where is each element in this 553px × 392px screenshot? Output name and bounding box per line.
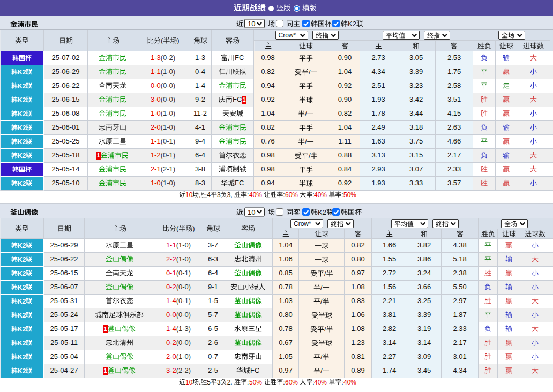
svg-text:FC: FC bbox=[250, 367, 259, 374]
svg-text:40%: 40% bbox=[314, 191, 327, 198]
svg-text:K2: K2 bbox=[18, 353, 26, 360]
svg-text:K2: K2 bbox=[18, 312, 26, 318]
svg-text:K2: K2 bbox=[18, 340, 26, 346]
svg-text:K2: K2 bbox=[18, 270, 26, 276]
svg-text:/: / bbox=[309, 69, 311, 76]
svg-text:/: / bbox=[324, 270, 326, 277]
svg-text:/: / bbox=[305, 110, 307, 117]
svg-text:K2: K2 bbox=[18, 326, 26, 332]
svg-text:,: , bbox=[199, 191, 200, 198]
svg-text:,: , bbox=[199, 379, 200, 385]
svg-text:2,: 2, bbox=[227, 379, 233, 385]
svg-text:/: / bbox=[320, 367, 323, 374]
svg-text:K2: K2 bbox=[18, 110, 26, 117]
svg-text:K2: K2 bbox=[18, 256, 26, 262]
svg-text:4: 4 bbox=[207, 191, 211, 198]
svg-text:3,: 3, bbox=[227, 191, 233, 198]
svg-text:/: / bbox=[320, 353, 323, 360]
svg-text:(: ( bbox=[176, 225, 179, 232]
svg-text:K2: K2 bbox=[18, 298, 26, 304]
svg-text:(: ( bbox=[161, 37, 163, 44]
svg-text:): ) bbox=[177, 37, 179, 44]
svg-text:K2: K2 bbox=[18, 124, 26, 131]
svg-text:40%: 40% bbox=[343, 379, 356, 385]
svg-text:FC: FC bbox=[233, 96, 242, 103]
svg-text:3: 3 bbox=[217, 379, 221, 385]
svg-text:K2: K2 bbox=[18, 69, 26, 75]
svg-text:/: / bbox=[305, 138, 307, 145]
svg-text:60%: 60% bbox=[285, 191, 298, 198]
svg-text:/: / bbox=[324, 326, 326, 333]
svg-text:): ) bbox=[192, 225, 195, 232]
svg-text:3: 3 bbox=[217, 191, 221, 198]
svg-text:5: 5 bbox=[207, 379, 211, 385]
svg-text:/: / bbox=[320, 298, 323, 305]
svg-text:40%: 40% bbox=[249, 191, 262, 198]
svg-text:50%: 50% bbox=[343, 191, 356, 198]
svg-text:K2: K2 bbox=[18, 242, 26, 248]
svg-text:10: 10 bbox=[185, 379, 192, 385]
svg-text:K2: K2 bbox=[318, 208, 326, 215]
svg-text:K2: K2 bbox=[18, 284, 26, 290]
svg-text:FC: FC bbox=[235, 179, 244, 186]
svg-text:K2: K2 bbox=[18, 96, 26, 103]
svg-text:/: / bbox=[320, 284, 323, 291]
svg-text:40%: 40% bbox=[314, 379, 327, 385]
svg-text:K2: K2 bbox=[18, 152, 26, 159]
svg-text:50%: 50% bbox=[249, 379, 262, 385]
svg-text:K2: K2 bbox=[18, 138, 26, 145]
svg-text:10: 10 bbox=[185, 191, 192, 198]
svg-text:K2: K2 bbox=[18, 180, 26, 186]
svg-text:K2: K2 bbox=[18, 367, 26, 374]
svg-text:FC: FC bbox=[235, 54, 244, 61]
svg-text:K2: K2 bbox=[18, 82, 26, 89]
svg-text:60%: 60% bbox=[285, 379, 298, 385]
svg-text:/: / bbox=[309, 152, 311, 159]
svg-text:K2: K2 bbox=[348, 20, 356, 27]
